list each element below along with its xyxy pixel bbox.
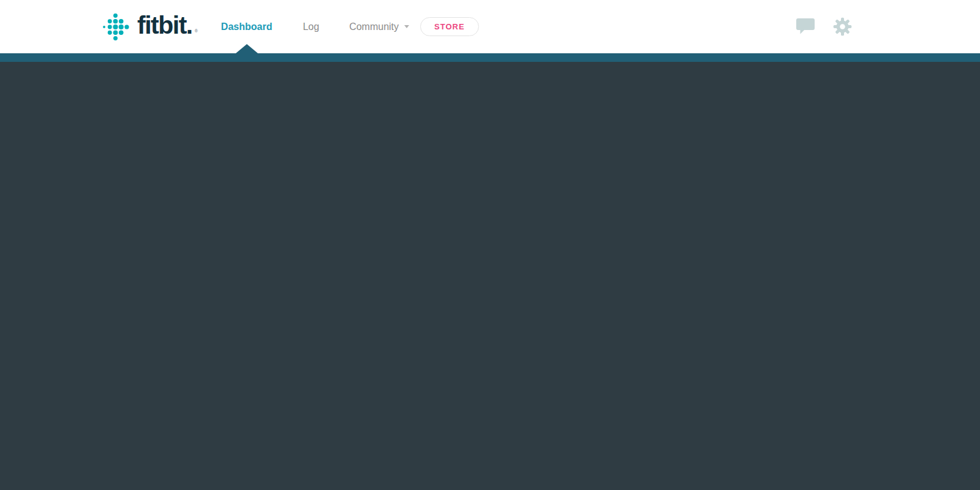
nav-community-label: Community bbox=[349, 21, 399, 32]
settings-gear-icon[interactable] bbox=[832, 17, 853, 37]
store-label: STORE bbox=[434, 22, 465, 31]
header-inner: fitbit. ® Dashboard Log Community STORE bbox=[0, 0, 980, 53]
nav-dashboard-label: Dashboard bbox=[221, 21, 273, 32]
fitbit-dots-icon bbox=[101, 12, 130, 42]
registered-trademark: ® bbox=[195, 29, 198, 33]
fitbit-wordmark: fitbit. bbox=[137, 13, 192, 38]
nav-item-dashboard[interactable]: Dashboard bbox=[221, 0, 273, 53]
nav-item-community[interactable]: Community bbox=[349, 0, 409, 53]
store-button[interactable]: STORE bbox=[420, 17, 479, 36]
nav-item-log[interactable]: Log bbox=[303, 0, 319, 53]
active-tab-pointer bbox=[236, 44, 258, 53]
chevron-down-icon bbox=[404, 25, 409, 28]
top-navigation-bar: fitbit. ® Dashboard Log Community STORE bbox=[0, 0, 980, 53]
messages-icon[interactable] bbox=[796, 18, 815, 36]
teal-accent-bar bbox=[0, 53, 980, 62]
main-nav: Dashboard Log Community STORE bbox=[221, 0, 479, 53]
header-icon-group bbox=[796, 17, 853, 37]
nav-log-label: Log bbox=[303, 21, 319, 32]
dashboard-content-area bbox=[0, 62, 980, 490]
fitbit-logo[interactable]: fitbit. ® bbox=[101, 12, 198, 42]
